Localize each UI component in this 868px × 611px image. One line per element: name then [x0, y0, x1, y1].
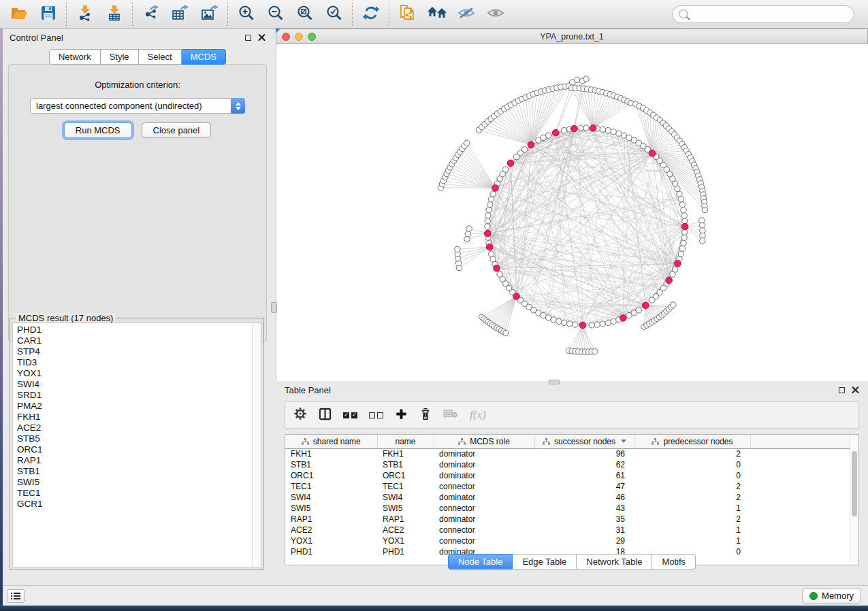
table-row[interactable]: FKH1FKH1dominator962 — [285, 448, 850, 459]
float-table-panel-icon[interactable] — [839, 387, 845, 393]
refresh-layout-button[interactable] — [356, 1, 385, 27]
graph-node[interactable] — [681, 208, 686, 213]
column-header-mcds-role[interactable]: MCDS role — [434, 435, 534, 448]
network-window-titlebar[interactable]: YPA_prune.txt_1 — [276, 29, 868, 44]
graph-node[interactable] — [488, 251, 494, 257]
graph-mcds-node[interactable] — [579, 322, 586, 329]
graph-leaf-node[interactable] — [592, 348, 598, 354]
graph-node[interactable] — [678, 251, 684, 257]
hide-selected-button[interactable] — [451, 1, 481, 27]
graph-node[interactable] — [486, 208, 492, 213]
table-row[interactable]: STB1STB1dominator620 — [285, 459, 850, 470]
clone-network-button[interactable] — [393, 1, 422, 27]
graph-mcds-node[interactable] — [620, 315, 627, 322]
graph-mcds-node[interactable] — [513, 293, 520, 300]
tab-motifs[interactable]: Motifs — [652, 554, 696, 569]
save-session-button[interactable] — [33, 1, 63, 27]
table-scrollbar[interactable] — [850, 435, 858, 565]
graph-node[interactable] — [672, 267, 677, 272]
column-view-button[interactable] — [319, 408, 332, 423]
table-row[interactable]: YOX1YOX1connector291 — [285, 535, 850, 546]
graph-leaf-node[interactable] — [464, 236, 470, 242]
panel-divider-handle[interactable] — [271, 302, 277, 313]
graph-node[interactable] — [616, 131, 622, 136]
table-row[interactable]: ACE2ACE2connector311 — [285, 525, 850, 535]
graph-mcds-node[interactable] — [494, 265, 500, 271]
graph-node[interactable] — [681, 240, 686, 246]
mcds-node-item[interactable]: ACE2 — [17, 423, 261, 433]
tab-network-table[interactable]: Network Table — [577, 554, 652, 569]
graph-node[interactable] — [562, 320, 567, 325]
import-network-button[interactable] — [70, 1, 99, 27]
graph-node[interactable] — [589, 323, 594, 328]
mcds-node-item[interactable]: STP4 — [17, 346, 261, 357]
graph-leaf-node[interactable] — [700, 238, 705, 244]
graph-mcds-node[interactable] — [485, 230, 492, 237]
show-all-button[interactable] — [481, 1, 510, 27]
graph-node[interactable] — [594, 322, 600, 327]
graph-node[interactable] — [636, 308, 641, 313]
mcds-node-item[interactable]: RAP1 — [17, 455, 261, 466]
graph-node[interactable] — [678, 197, 684, 202]
column-settings-button[interactable] — [293, 407, 307, 423]
graph-node[interactable] — [600, 321, 605, 327]
mcds-node-item[interactable]: PHD1 — [17, 325, 261, 335]
graph-mcds-node[interactable] — [590, 125, 596, 132]
graph-node[interactable] — [611, 129, 616, 134]
column-header-predecessor-nodes[interactable]: predecessor nodes — [634, 435, 750, 448]
table-row[interactable]: TEC1TEC1connector472 — [285, 481, 850, 492]
graph-node[interactable] — [551, 317, 556, 323]
graph-mcds-node[interactable] — [552, 129, 559, 136]
graph-leaf-node[interactable] — [583, 76, 589, 82]
graph-leaf-node[interactable] — [575, 77, 580, 82]
table-row[interactable]: RAP1RAP1dominator352 — [285, 514, 850, 525]
graph-leaf-node[interactable] — [503, 330, 509, 335]
graph-node[interactable] — [605, 127, 611, 133]
graph-node[interactable] — [490, 191, 496, 197]
network-canvas[interactable] — [276, 44, 868, 381]
mcds-result-scrollbar[interactable] — [252, 323, 261, 567]
first-neighbors-button[interactable] — [422, 1, 451, 27]
graph-node[interactable] — [562, 127, 567, 133]
mcds-node-item[interactable]: YOX1 — [17, 368, 261, 379]
mcds-node-item[interactable]: TEC1 — [17, 488, 261, 499]
unselect-all-rows-button[interactable] — [369, 412, 383, 418]
graph-node[interactable] — [488, 197, 494, 202]
graph-mcds-node[interactable] — [681, 223, 688, 230]
graph-mcds-node[interactable] — [492, 185, 499, 192]
graph-leaf-node[interactable] — [455, 246, 460, 252]
zoom-out-button[interactable] — [261, 1, 290, 27]
graph-node[interactable] — [573, 322, 578, 327]
column-header-shared-name[interactable]: shared name — [285, 435, 377, 448]
graph-leaf-node[interactable] — [702, 207, 707, 212]
export-table-button[interactable] — [165, 1, 195, 27]
graph-mcds-node[interactable] — [649, 150, 656, 156]
graph-node[interactable] — [611, 318, 616, 324]
graph-node[interactable] — [600, 127, 605, 132]
search-input[interactable] — [691, 9, 848, 19]
tab-mcds[interactable]: MCDS — [182, 49, 226, 65]
float-panel-icon[interactable] — [245, 35, 251, 41]
graph-node[interactable] — [605, 320, 611, 325]
graph-node[interactable] — [536, 137, 541, 143]
graph-mcds-node[interactable] — [642, 302, 649, 309]
table-row[interactable]: ORC1ORC1dominator610 — [285, 470, 850, 481]
memory-button[interactable]: Memory — [802, 589, 861, 604]
mcds-node-item[interactable]: SWI4 — [17, 379, 261, 390]
graph-mcds-node[interactable] — [666, 277, 673, 284]
mcds-result-listbox[interactable]: PHD1CAR1STP4TID3YOX1SWI4SRD1PMA2FKH1ACE2… — [12, 323, 261, 567]
graph-node[interactable] — [679, 246, 685, 251]
mcds-node-item[interactable]: SWI5 — [17, 477, 261, 488]
delete-table-button[interactable] — [443, 408, 458, 422]
mcds-node-item[interactable]: FKH1 — [17, 412, 261, 423]
close-table-panel-icon[interactable] — [852, 386, 859, 394]
table-scrollbar-thumb[interactable] — [852, 451, 857, 516]
graph-mcds-node[interactable] — [571, 125, 578, 132]
graph-node[interactable] — [679, 202, 685, 208]
graph-leaf-node[interactable] — [466, 226, 472, 231]
graph-node[interactable] — [681, 213, 687, 218]
tab-style[interactable]: Style — [101, 49, 139, 65]
mcds-node-item[interactable]: TID3 — [17, 357, 261, 368]
graph-node[interactable] — [578, 125, 583, 131]
mcds-node-item[interactable]: STB5 — [17, 433, 261, 444]
